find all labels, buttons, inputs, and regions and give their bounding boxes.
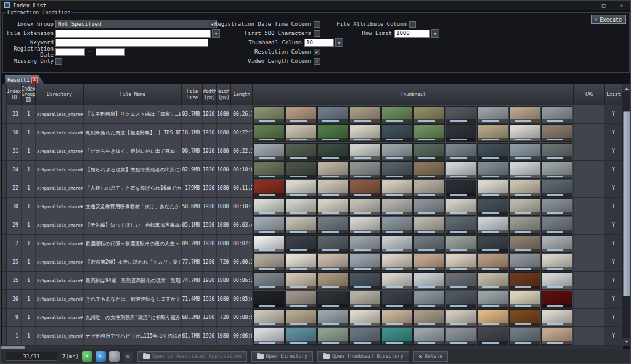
video-thumbnail[interactable]	[253, 254, 285, 271]
vertical-scrollbar[interactable]	[622, 84, 630, 346]
video-thumbnail[interactable]	[477, 161, 508, 179]
video-thumbnail[interactable]	[413, 106, 445, 123]
vertical-scrollbar-thumb[interactable]	[623, 111, 630, 296]
thumbnail-column-dropdown-button[interactable]: ▼	[335, 38, 343, 47]
video-thumbnail[interactable]	[381, 309, 413, 326]
video-thumbnail[interactable]	[541, 291, 572, 308]
col-header-tag[interactable]: TAG	[574, 84, 605, 105]
video-thumbnail[interactable]	[509, 291, 540, 308]
video-thumbnail[interactable]	[541, 254, 572, 271]
video-thumbnail[interactable]	[477, 143, 508, 160]
col-header-thumbnail[interactable]: Thumbnail	[253, 84, 574, 105]
refresh-icon[interactable]: ↻	[96, 351, 106, 362]
video-thumbnail[interactable]	[477, 309, 508, 326]
video-thumbnail[interactable]	[509, 124, 540, 142]
video-thumbnail[interactable]	[253, 124, 285, 142]
video-thumbnail[interactable]	[317, 254, 349, 271]
video-thumbnail[interactable]	[349, 291, 381, 308]
video-thumbnail[interactable]	[253, 235, 285, 253]
video-thumbnail[interactable]	[285, 106, 317, 123]
video-thumbnail[interactable]	[446, 198, 477, 216]
video-thumbnail[interactable]	[413, 254, 445, 271]
video-thumbnail[interactable]	[349, 217, 381, 234]
scroll-down-arrow-icon[interactable]	[622, 338, 631, 346]
close-button[interactable]: ×	[613, 1, 630, 10]
table-row[interactable]: 241X:¥parallels_share¥f...【知られざる現実】性犯罪受刑…	[2, 161, 623, 179]
row-selector-margin[interactable]	[2, 142, 7, 160]
col-header-file-size[interactable]: File Size	[182, 84, 203, 105]
table-row[interactable]: 301X:¥parallels_share¥f...それでもあなたは、飲酒運転を…	[2, 290, 623, 309]
video-thumbnail[interactable]	[349, 180, 381, 197]
thumbnail-column-input[interactable]	[304, 39, 334, 47]
video-thumbnail[interactable]	[477, 124, 508, 142]
video-thumbnail[interactable]	[381, 143, 413, 160]
video-thumbnail[interactable]	[349, 161, 381, 179]
video-thumbnail[interactable]	[446, 217, 477, 234]
table-row[interactable]: 211X:¥parallels_share¥f...「だから生き抜く。絶対に外に…	[2, 142, 623, 161]
video-thumbnail[interactable]	[477, 291, 508, 308]
video-thumbnail[interactable]	[541, 235, 572, 253]
video-thumbnail[interactable]	[477, 235, 508, 253]
missing-only-checkbox[interactable]	[55, 58, 62, 65]
table-row[interactable]: 151X:¥parallels_share¥f...最高齢は94歳 受刑者高齢化…	[2, 272, 623, 290]
minimize-button[interactable]: –	[577, 1, 595, 10]
video-thumbnail[interactable]	[413, 143, 445, 160]
table-row[interactable]: 21X:¥parallels_share¥f...飲酒運転の代償～飲酒運転その後…	[2, 235, 623, 253]
file-attribute-column-checkbox[interactable]	[409, 21, 416, 28]
table-row[interactable]: 251X:¥parallels_share¥f...【密着第2弾】友達に誘われ「…	[2, 253, 623, 272]
row-selector-margin[interactable]	[2, 161, 7, 179]
index-group-select[interactable]: Not Specified ▼	[55, 20, 217, 28]
table-row[interactable]: 91X:¥parallels_share¥f...九州唯一の女性刑務所”就活”に…	[2, 309, 623, 327]
row-selector-margin[interactable]	[2, 179, 7, 197]
video-thumbnail[interactable]	[253, 161, 285, 179]
video-thumbnail[interactable]	[413, 309, 445, 326]
tab-close-icon[interactable]: ×	[31, 77, 38, 83]
video-thumbnail[interactable]	[446, 124, 477, 142]
video-thumbnail[interactable]	[381, 106, 413, 123]
video-thumbnail[interactable]	[413, 180, 445, 197]
video-thumbnail[interactable]	[446, 161, 477, 179]
tab-result1[interactable]: Result1 ×	[5, 75, 44, 84]
video-thumbnail[interactable]	[381, 198, 413, 216]
video-thumbnail[interactable]	[446, 106, 477, 123]
video-thumbnail[interactable]	[413, 217, 445, 234]
col-header-file-name[interactable]: File Name	[84, 84, 182, 105]
video-thumbnail[interactable]	[317, 143, 349, 160]
video-thumbnail[interactable]	[253, 291, 285, 308]
video-thumbnail[interactable]	[253, 198, 285, 216]
video-length-column-checkbox[interactable]: ✓	[314, 58, 320, 65]
row-selector-margin[interactable]	[2, 124, 7, 142]
registration-date-from-input[interactable]	[55, 48, 85, 56]
col-header-index-group-id[interactable]: Index Group ID	[22, 84, 36, 105]
video-thumbnail[interactable]	[317, 161, 349, 179]
video-thumbnail[interactable]	[381, 161, 413, 179]
video-thumbnail[interactable]	[381, 180, 413, 197]
video-thumbnail[interactable]	[446, 328, 477, 345]
video-thumbnail[interactable]	[317, 291, 349, 308]
video-thumbnail[interactable]	[541, 198, 572, 216]
maximize-button[interactable]: □	[595, 1, 613, 10]
video-thumbnail[interactable]	[285, 143, 317, 160]
video-thumbnail[interactable]	[413, 328, 445, 345]
file-extension-input[interactable]	[55, 30, 211, 38]
video-thumbnail[interactable]	[446, 235, 477, 253]
video-thumbnail[interactable]	[285, 328, 317, 345]
video-thumbnail[interactable]	[509, 161, 540, 179]
video-thumbnail[interactable]	[413, 235, 445, 253]
video-thumbnail[interactable]	[509, 235, 540, 253]
video-thumbnail[interactable]	[253, 106, 285, 123]
video-thumbnail[interactable]	[317, 217, 349, 234]
video-thumbnail[interactable]	[446, 291, 477, 308]
video-thumbnail[interactable]	[509, 272, 540, 289]
gear-icon[interactable]: ⚙	[123, 351, 133, 362]
video-thumbnail[interactable]	[253, 217, 285, 234]
video-thumbnail[interactable]	[381, 291, 413, 308]
video-thumbnail[interactable]	[317, 180, 349, 197]
video-thumbnail[interactable]	[541, 161, 572, 179]
video-thumbnail[interactable]	[253, 143, 285, 160]
video-thumbnail[interactable]	[477, 272, 508, 289]
row-selector-margin[interactable]	[2, 290, 7, 308]
video-thumbnail[interactable]	[381, 254, 413, 271]
video-thumbnail[interactable]	[253, 309, 285, 326]
video-thumbnail[interactable]	[317, 106, 349, 123]
